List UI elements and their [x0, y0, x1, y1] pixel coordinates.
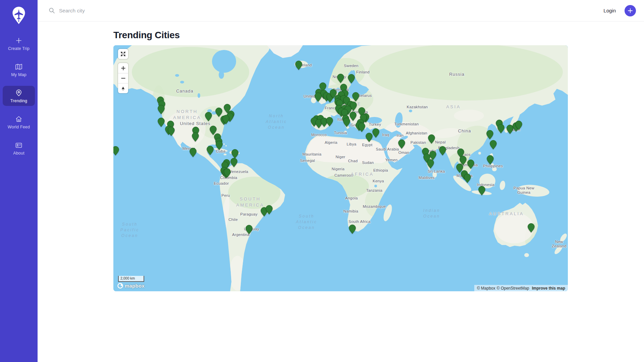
sidebar-item-world-feed[interactable]: World Feed — [3, 112, 35, 132]
city-marker[interactable] — [464, 174, 471, 183]
city-marker[interactable] — [343, 118, 350, 127]
fullscreen-icon — [120, 51, 126, 57]
city-marker[interactable] — [528, 223, 535, 233]
city-marker[interactable] — [515, 121, 522, 130]
mapbox-wordmark: mapbox — [125, 283, 145, 289]
city-marker[interactable] — [497, 124, 504, 133]
main-content: Trending Cities — [38, 22, 644, 362]
city-marker[interactable] — [158, 118, 165, 127]
login-button[interactable]: Login — [603, 8, 616, 13]
search-icon — [49, 7, 55, 14]
sidebar-item-label: World Feed — [8, 125, 30, 129]
city-marker[interactable] — [337, 74, 344, 83]
city-marker[interactable] — [207, 146, 214, 155]
sidebar-item-label: Trending — [10, 99, 27, 103]
zoom-out-button[interactable] — [118, 73, 128, 83]
mapbox-logo-icon — [117, 283, 123, 289]
city-marker[interactable] — [205, 112, 212, 121]
search-input[interactable] — [59, 8, 200, 14]
sidebar: Create Trip My Map Trending World Feed A… — [0, 0, 38, 362]
plus-icon — [15, 37, 23, 45]
city-marker[interactable] — [429, 151, 436, 160]
fullscreen-button[interactable] — [118, 49, 128, 59]
city-marker[interactable] — [224, 168, 231, 178]
sidebar-item-trending[interactable]: Trending — [3, 86, 35, 106]
city-marker[interactable] — [478, 186, 485, 195]
city-marker[interactable] — [358, 123, 365, 132]
sidebar-item-my-map[interactable]: My Map — [3, 60, 35, 80]
world-map[interactable]: CanadaNORTH AMERICAUnited StatesMexicoCu… — [113, 45, 568, 291]
map-attribution: © Mapbox © OpenStreetMap Improve this ma… — [474, 285, 568, 291]
city-marker[interactable] — [315, 93, 322, 102]
sidebar-item-label: My Map — [11, 72, 26, 77]
id-card-icon — [15, 141, 23, 149]
city-marker[interactable] — [113, 146, 119, 156]
attribution-improve-link[interactable]: Improve this map — [532, 286, 565, 291]
city-marker[interactable] — [490, 140, 497, 149]
city-marker[interactable] — [487, 155, 494, 165]
attribution-osm-link[interactable]: © OpenStreetMap — [497, 286, 529, 291]
city-marker[interactable] — [467, 160, 474, 169]
city-marker[interactable] — [372, 128, 379, 138]
zoom-in-button[interactable] — [118, 63, 128, 73]
city-marker[interactable] — [326, 117, 333, 126]
city-marker[interactable] — [350, 112, 357, 121]
map-scale: 2,000 km — [118, 276, 144, 282]
compass-button[interactable] — [118, 83, 128, 93]
search-bar — [49, 7, 603, 14]
city-marker[interactable] — [230, 158, 237, 167]
city-marker[interactable] — [439, 146, 446, 156]
compass-icon — [120, 85, 126, 92]
city-marker[interactable] — [428, 134, 435, 144]
plus-icon — [628, 8, 633, 13]
city-marker[interactable] — [222, 115, 229, 124]
page-title: Trending Cities — [113, 30, 644, 41]
sidebar-item-label: Create Trip — [8, 46, 30, 51]
sidebar-item-label: About — [13, 151, 24, 156]
city-marker[interactable] — [216, 141, 223, 150]
city-marker[interactable] — [427, 159, 434, 169]
city-marker[interactable] — [158, 105, 165, 114]
city-marker[interactable] — [295, 61, 302, 70]
zoom-control — [118, 63, 128, 93]
city-marker[interactable] — [366, 133, 373, 142]
city-marker[interactable] — [352, 92, 359, 102]
app-logo-pin-icon — [11, 6, 26, 25]
city-marker[interactable] — [348, 74, 355, 83]
add-button[interactable] — [625, 5, 636, 16]
location-pin-icon — [15, 89, 23, 97]
city-marker[interactable] — [486, 130, 493, 139]
mapbox-logo[interactable]: mapbox — [117, 283, 145, 289]
sidebar-item-about[interactable]: About — [3, 138, 35, 158]
zoom-in-icon — [121, 66, 126, 71]
city-marker[interactable] — [231, 149, 238, 159]
city-marker[interactable] — [398, 139, 405, 149]
home-icon — [15, 115, 23, 123]
topbar: Login — [38, 0, 644, 21]
city-marker[interactable] — [168, 127, 175, 136]
map-icon — [15, 63, 23, 71]
sidebar-item-create-trip[interactable]: Create Trip — [3, 34, 35, 54]
city-marker[interactable] — [266, 205, 273, 215]
city-marker[interactable] — [190, 148, 197, 157]
app-logo[interactable] — [11, 6, 26, 25]
zoom-out-icon — [121, 76, 126, 81]
city-marker[interactable] — [192, 132, 199, 142]
city-marker[interactable] — [246, 225, 253, 234]
city-marker[interactable] — [349, 225, 356, 234]
attribution-mapbox-link[interactable]: © Mapbox — [477, 286, 495, 291]
